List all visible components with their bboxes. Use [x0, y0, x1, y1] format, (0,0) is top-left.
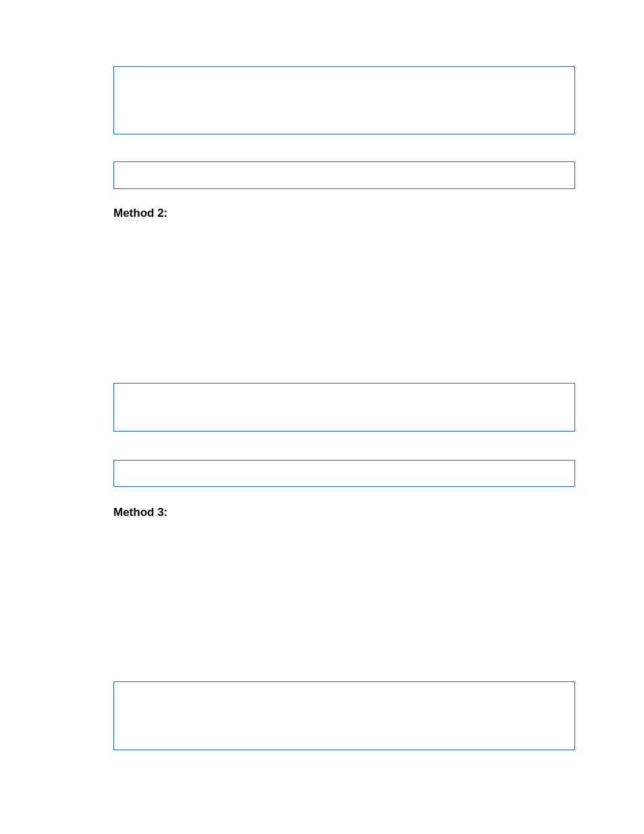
- method-3-heading: Method 3:: [113, 506, 575, 519]
- input-box-3: [113, 383, 575, 432]
- method-2-heading: Method 2:: [113, 207, 575, 220]
- input-box-4: [113, 460, 575, 487]
- input-box-1: [113, 66, 575, 134]
- input-box-5: [113, 681, 575, 750]
- input-box-2: [113, 161, 575, 189]
